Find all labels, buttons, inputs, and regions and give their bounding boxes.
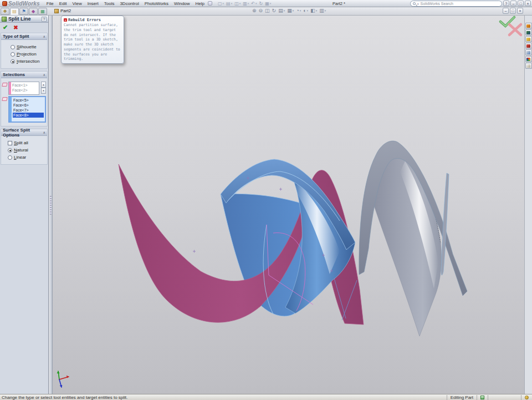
tab-dimxpertmanager[interactable]: ◆ [29,8,38,15]
menu-edit[interactable]: Edit [59,1,67,6]
spinner-up-button[interactable]: ▲ [41,82,46,88]
save-button[interactable]: ◫▾ [234,1,241,6]
tab-displaymanager[interactable]: ▦ [38,8,47,15]
list-item[interactable]: Face<2> [12,88,38,93]
collapse-chevron-icon: ∧ [43,73,45,77]
section-view-button[interactable]: ◧▾ [310,8,317,13]
list-item[interactable]: Face<5> [13,98,44,103]
pan-button[interactable]: ▤▾ [278,8,285,13]
new-document-button[interactable]: ▢▾ [218,1,224,6]
radio-icon[interactable] [8,155,12,160]
appearances-scenes-button[interactable] [525,56,532,62]
open-button[interactable]: ▤▾ [226,1,232,6]
design-library-button[interactable] [525,29,532,36]
tool-faces-listbox[interactable]: Face<1> Face<2> [8,82,39,95]
radio-icon[interactable] [11,52,15,57]
minimize-button[interactable]: – [510,1,516,6]
checkbox-icon[interactable] [8,141,12,145]
group-header-selections[interactable]: Selections ∧ [1,72,47,78]
sketch-status-cell[interactable] [521,395,532,400]
radio-projection[interactable]: Projection [11,52,46,57]
ok-button[interactable]: ✔ [3,24,8,31]
search-input[interactable]: ▾ SolidWorks Search [410,1,502,7]
zoom-area-button[interactable]: ⊖ [259,8,263,13]
doc-close-button[interactable]: × [517,8,523,14]
collapse-chevron-icon: ∧ [43,34,45,38]
list-item[interactable]: Face<6> [13,103,44,108]
document-window-controls: – □ × [503,8,523,14]
file-explorer-button[interactable] [525,36,532,42]
tab-featuremanager[interactable]: ❖ [1,8,9,15]
panel-help-button[interactable]: ? [42,17,47,22]
list-item[interactable]: Face<7> [13,108,44,113]
rebuild-button[interactable]: ↻ [259,1,263,6]
tab-configurationmanager[interactable]: ⚑ [19,8,28,15]
options-button[interactable]: ▦▾ [265,1,271,6]
search-icon [413,2,416,5]
list-item-selected[interactable]: Face<8> [13,113,44,118]
group-header-type-of-split[interactable]: Type of Split ∧ [1,33,47,40]
chevron-down-icon: ▾ [284,9,285,12]
graphics-viewport[interactable]: x Rebuild Errors Cannot partition surfac… [53,16,524,394]
monitor-icon [526,51,530,54]
menu-photoworks[interactable]: PhotoWorks [145,1,168,6]
restore-button[interactable]: □ [518,1,524,6]
radio-intersection[interactable]: Intersection [11,59,46,64]
part-icon [54,9,59,13]
radio-icon[interactable] [8,148,12,153]
configurationmanager-icon: ⚑ [22,9,25,14]
flyout-feature-tree[interactable]: Part2 [54,8,71,13]
target-faces-listbox[interactable]: Face<5> Face<6> Face<7> Face<8> [8,96,46,123]
menu-insert[interactable]: Insert [88,1,99,6]
doc-restore-button[interactable]: □ [510,8,516,14]
menu-tools[interactable]: Tools [104,1,115,6]
split-line-feature-icon [2,17,7,22]
cancel-button[interactable]: ✖ [13,24,18,31]
rotate-view-button[interactable]: ↻ [272,8,277,13]
quick-tips-cell[interactable] [477,395,488,400]
radio-silhouette[interactable]: Silhouette [11,44,46,49]
print-button[interactable]: ▥▾ [243,1,249,6]
list-item[interactable]: Face<1> [12,83,38,88]
previous-view-button[interactable]: ◫ [265,8,270,13]
app-name: SolidWorks [8,1,40,7]
tab-propertymanager[interactable]: ▤ [10,8,19,15]
chevron-down-icon: ▾ [248,2,249,5]
menu-3dcontrol[interactable]: 3Dcontrol [120,1,139,6]
3d-scene[interactable] [53,16,524,394]
radio-icon[interactable] [11,59,15,64]
view-palette-button[interactable] [525,49,532,55]
document-title: Part2 * [332,1,345,6]
display-style-button[interactable]: ◔▾ [296,8,301,13]
spinner-down-button[interactable]: ▼ [41,88,46,94]
shadows-button[interactable]: ◐▾ [303,8,308,13]
menu-view[interactable]: View [73,1,82,6]
chevron-down-icon[interactable]: ▾ [417,2,419,6]
radio-natural[interactable]: Natural [8,148,46,153]
task-pane-strip [524,16,532,394]
radio-icon[interactable] [11,45,15,49]
zoom-fit-button[interactable]: ⊕ [252,8,257,13]
custom-properties-button[interactable] [525,63,532,69]
help-button[interactable]: ? [503,1,509,6]
solidworks-resources-button[interactable] [525,23,532,29]
menu-file[interactable]: File [47,1,54,6]
reference-triad [57,371,69,387]
view-settings-button[interactable]: ▥▾ [319,8,326,13]
menu-window[interactable]: Window [174,1,190,6]
solidworks-logo-icon [2,1,7,6]
menu-help[interactable]: Help [196,1,204,6]
doc-minimize-button[interactable]: – [503,8,509,14]
search-results-button[interactable] [525,43,532,49]
pushpin-icon[interactable] [208,1,212,6]
checkbox-split-all[interactable]: Split all [8,140,46,145]
standard-views-button[interactable]: ▦▾ [287,8,294,13]
group-header-surface-split-options[interactable]: Surface Split Options ∧ [1,129,47,136]
splitter-grip[interactable] [50,196,52,215]
confirmation-corner [500,17,521,35]
radio-linear[interactable]: Linear [8,155,46,160]
confirm-cancel-x-icon[interactable] [509,24,521,35]
undo-button[interactable]: ↶▾ [251,1,257,6]
close-button[interactable]: × [525,1,531,6]
folder-icon [526,38,530,41]
